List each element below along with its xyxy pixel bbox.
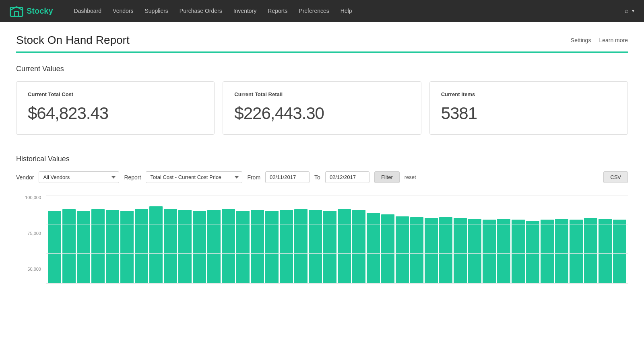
chart-bar [265,211,279,283]
chart-bar [468,219,481,283]
chart-bars [46,195,628,283]
nav-preferences[interactable]: Preferences [294,5,334,16]
nav-links: Dashboard Vendors Suppliers Purchase Ord… [69,5,625,16]
nav-right: ⌕ ▾ [625,7,634,14]
metric-card-total-retail: Current Total Retail $226,443.30 [223,81,421,135]
chart-bar [439,217,452,283]
metric-card-items: Current Items 5381 [429,81,628,135]
chart-bar [410,217,423,283]
y-label-50k: 50,000 [27,267,41,272]
chart-bar [613,220,626,283]
metric-cards: Current Total Cost $64,823.43 Current To… [16,81,628,135]
navbar: Stocky Dashboard Vendors Suppliers Purch… [0,0,644,22]
metric-card-total-cost: Current Total Cost $64,823.43 [16,81,215,135]
chart-bar [193,211,206,283]
chart-bar [396,216,409,283]
nav-dashboard[interactable]: Dashboard [69,5,107,16]
chart-bar [497,219,510,283]
chart-bar [280,210,293,283]
reset-link[interactable]: reset [405,174,416,180]
metric-label-total-retail: Current Total Retail [234,91,409,97]
y-label-75k: 75,000 [27,231,41,236]
chart-bar [149,206,163,283]
teal-divider [16,51,628,53]
chart-bar [555,219,568,283]
chart-bar [62,209,76,283]
chart-bar [570,220,583,283]
learn-more-link[interactable]: Learn more [599,37,628,43]
chart-bar [526,221,539,283]
from-label: From [247,174,260,181]
chart-bar [381,214,394,283]
report-label: Report [124,174,141,181]
main-content: Stock On Hand Report Settings Learn more… [0,22,644,296]
chart-bar [251,210,264,283]
logo[interactable]: Stocky [10,4,53,18]
chart-bar [425,218,438,283]
chart-bar [454,218,467,283]
chart-bar [338,209,351,283]
page-header: Stock On Hand Report Settings Learn more [16,34,628,47]
nav-inventory[interactable]: Inventory [229,5,262,16]
chart-bar [236,211,250,283]
from-date-input[interactable] [265,171,310,183]
chart-bar [207,210,221,283]
current-values-section: Current Values Current Total Cost $64,82… [16,65,628,135]
nav-reports[interactable]: Reports [263,5,292,16]
filter-row: Vendor All Vendors Report Total Cost - C… [16,171,628,183]
chart-bar [584,218,597,283]
chart-container: 100,000 75,000 50,000 [16,195,628,284]
svg-rect-1 [14,12,19,16]
chart-bar [323,211,336,283]
metric-value-total-cost: $64,823.43 [28,104,203,123]
chart-bar [352,210,365,283]
historical-values-title: Historical Values [16,155,628,163]
chart-bar [294,209,308,283]
nav-dropdown-icon[interactable]: ▾ [632,8,634,14]
chart-bar [135,209,148,283]
nav-vendors[interactable]: Vendors [108,5,138,16]
chart-bar [512,220,525,283]
current-values-title: Current Values [16,65,628,73]
chart-bar [120,211,134,283]
chart-bar [77,211,90,283]
chart-bar [222,209,235,283]
nav-suppliers[interactable]: Suppliers [140,5,173,16]
chart-bar [106,210,119,283]
report-select[interactable]: Total Cost - Current Cost Price Total Co… [146,171,242,183]
chart-bar [599,219,612,283]
vendor-select[interactable]: All Vendors [39,171,119,183]
chart-bar [91,209,105,283]
to-date-input[interactable] [325,171,369,183]
to-label: To [314,174,320,181]
vendor-label: Vendor [16,174,34,181]
logo-icon [10,4,23,18]
header-links: Settings Learn more [571,37,628,43]
logo-text: Stocky [27,6,53,16]
chart-bar [48,211,61,283]
y-label-100k: 100,000 [25,195,41,200]
metric-value-total-retail: $226,443.30 [234,104,409,123]
csv-button[interactable]: CSV [603,171,628,183]
nav-help[interactable]: Help [336,5,357,16]
chart-bar [164,209,177,283]
metric-value-items: 5381 [441,104,616,123]
metric-label-total-cost: Current Total Cost [28,91,203,97]
chart-bar [178,210,192,283]
nav-purchase-orders[interactable]: Purchase Orders [175,5,227,16]
chart-bar [367,213,380,283]
chart-bar [309,210,322,283]
chart-bar [483,220,496,283]
chart-y-labels: 100,000 75,000 50,000 [16,195,44,272]
chart-area [46,195,628,284]
search-icon[interactable]: ⌕ [625,7,629,14]
historical-section: Historical Values Vendor All Vendors Rep… [16,155,628,284]
settings-link[interactable]: Settings [571,37,591,43]
chart-bar [541,220,554,283]
metric-label-items: Current Items [441,91,616,97]
page-title: Stock On Hand Report [16,34,130,47]
filter-button[interactable]: Filter [374,171,400,183]
